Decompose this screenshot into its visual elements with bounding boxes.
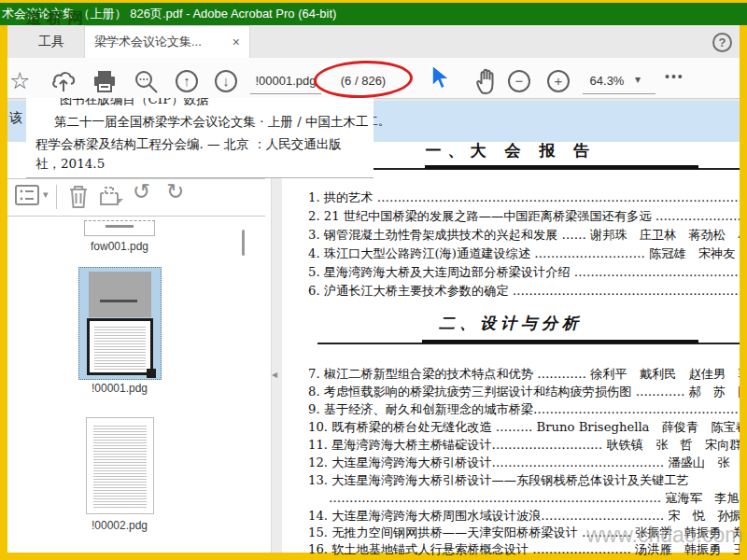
toc-item: 3. 钢管混凝土劲性骨架成拱技术的兴起和发展 …… 谢邦珠 庄卫林 蒋劲松 牟	[308, 227, 740, 244]
thumbnail-00001-gray-region	[89, 272, 151, 317]
cursor-arrow-icon	[430, 64, 450, 92]
favorites-star-icon[interactable]: ☆	[9, 67, 30, 94]
rotate-cw-icon[interactable]: ↻	[166, 179, 184, 204]
panel-options-icon[interactable]	[15, 185, 39, 205]
toc-item: 2. 21 世纪中国桥梁的发展之路——中国距离桥梁强国还有多远 ………………………	[308, 208, 740, 225]
panel-divider[interactable]	[271, 142, 282, 553]
toc-item: 9. 基于经济、耐久和创新理念的城市桥梁………………………………………………………	[308, 401, 740, 418]
thumbnail-label: !00001.pdg	[63, 382, 176, 395]
zoom-field-underline	[583, 93, 655, 94]
toc-item: 6. 沪通长江大桥主要技术参数的确定 …………………………………………………………	[308, 283, 740, 300]
extract-pages-icon[interactable]	[99, 184, 125, 208]
toc-item: 4. 珠江口大型公路跨江(海)通道建设综述 ……………………… 陈冠雄 宋神友 …	[308, 245, 740, 262]
hand-tool-icon[interactable]	[474, 67, 500, 95]
thumbnail-00001-page-region	[87, 318, 153, 375]
panel-options-caret-icon[interactable]: ▾	[43, 189, 49, 201]
share-cloud-icon[interactable]	[50, 69, 77, 93]
tab-tools[interactable]: 工具	[19, 25, 84, 58]
page-name-field[interactable]: !00001.pdg	[252, 74, 319, 88]
cip-line: 图书在版编目（CIP）数据	[60, 98, 209, 108]
notification-text-left: 该	[9, 110, 22, 127]
help-icon[interactable]: ?	[712, 33, 732, 52]
thumbnail-resize-handle[interactable]	[147, 369, 156, 378]
toc-item: 8. 考虑恒载影响的桥梁抗疲劳三判据设计和结构疲劳损伤图 ………… 郝 苏 陈	[308, 384, 740, 400]
zoom-caret-down-icon[interactable]: ▾	[635, 73, 641, 86]
tab-document-label: 梁学术会议论文集...	[94, 35, 202, 49]
section1-rule-thick	[425, 165, 698, 169]
search-icon[interactable]	[134, 69, 159, 94]
sidebar-scrollbar[interactable]	[242, 230, 245, 256]
next-page-icon[interactable]: ↓	[215, 70, 237, 92]
collapse-panel-icon[interactable]: ◂	[272, 368, 277, 381]
close-tab-icon[interactable]: ×	[233, 26, 240, 58]
rotate-ccw-icon[interactable]: ↺	[133, 179, 150, 204]
more-tools-icon[interactable]: •••	[665, 69, 684, 84]
toc-item: 1. 拱的艺术 ………………………………………………………………………………………	[308, 189, 740, 206]
zoom-out-icon[interactable]: −	[508, 70, 530, 92]
delete-pages-icon[interactable]	[67, 183, 90, 209]
toc-item: 13. 大连星海湾跨海大桥引桥设计——东段钢栈桥总体设计及关键工艺	[308, 472, 740, 489]
toc-item: 12. 大连星海湾跨海大桥引桥设计…………………………………… 潘盛山 张 哲 …	[308, 455, 740, 471]
toc-item: 11. 星海湾跨海大桥主桥锚碇设计……………………… 耿铁镇 张 哲 宋向群 王	[308, 437, 740, 454]
cip-line: 社，2014.5	[35, 156, 105, 173]
toc-item: 10. 既有桥梁的桥台处无缝化改造 ……… Bruno Briseghella …	[308, 419, 740, 436]
thumbnail-page-00002[interactable]	[86, 417, 154, 514]
zoom-level-field[interactable]: 64.3%	[585, 74, 629, 88]
toc-item: 7. 椒江二桥新型组合梁的技术特点和优势 ………… 徐利平 戴利民 赵佳男 郭	[308, 366, 740, 383]
thumbnail-label: !00002.pdg	[63, 519, 176, 532]
panel-header-separator	[56, 185, 57, 209]
tab-document[interactable]: 梁学术会议论文集... ×	[84, 25, 250, 58]
print-icon[interactable]	[92, 70, 117, 92]
cip-line: 第二十一届全国桥梁学术会议论文集 · 上册 / 中国土木工	[54, 114, 369, 131]
section2-rule-thick	[422, 340, 698, 343]
toc-item-continuation: ……………………………………………………………………… 寇海军 李旭东 吴晓峰 …	[329, 490, 740, 507]
thumbnail-label: fow001.pdg	[63, 240, 176, 253]
site-watermark-bottom: www.chdao.com	[586, 523, 742, 548]
thumbnail-page-fow001[interactable]	[84, 220, 155, 236]
section2-heading: 二、设计与分析	[282, 313, 740, 334]
toc-item: 5. 星海湾跨海大桥及大连周边部分桥梁设计介绍 ……………………………………………	[308, 264, 740, 281]
panel-header-bottom-rule	[7, 216, 265, 217]
zoom-in-icon[interactable]: +	[547, 70, 570, 92]
cip-data-popup: 图书在版编目（CIP）数据 第二十一届全国桥梁学术会议论文集 · 上册 / 中国…	[26, 98, 374, 178]
cip-line: 程学会桥梁及结构工程分会编. — 北京 ：人民交通出版	[35, 136, 342, 153]
previous-page-icon[interactable]: ↑	[176, 70, 198, 92]
page-field-underline	[250, 93, 321, 94]
window-title: 术会议论文集 （上册） 826页.pdf - Adobe Acrobat Pro…	[0, 3, 747, 25]
